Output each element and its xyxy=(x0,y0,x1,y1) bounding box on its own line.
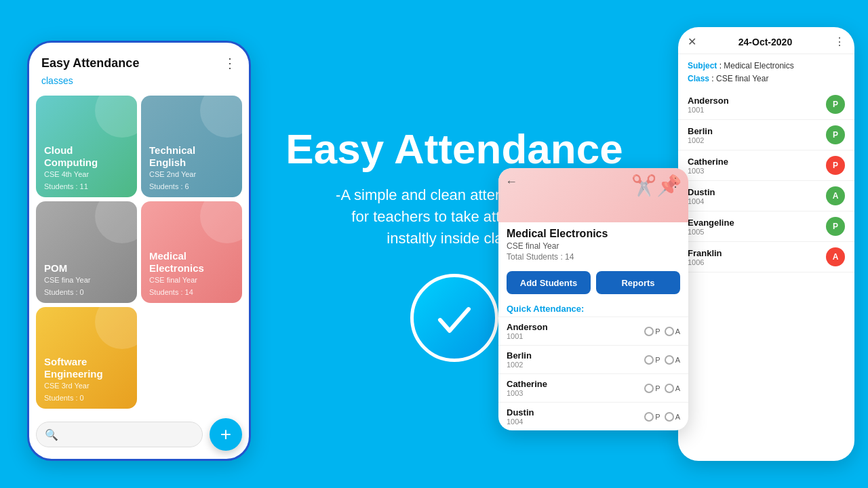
classes-subtitle[interactable]: classes xyxy=(29,74,249,92)
close-icon[interactable]: ✕ xyxy=(688,35,696,48)
menu-icon-left[interactable]: ⋮ xyxy=(223,55,237,71)
class-label: Class xyxy=(688,74,709,83)
attendance-badge: P xyxy=(826,156,845,175)
radio-group: P A xyxy=(644,412,680,422)
class-students: Students : 6 xyxy=(149,182,234,190)
class-card-software[interactable]: Software Engineering CSE 3rd Year Studen… xyxy=(36,307,137,409)
class-card-english[interactable]: Technical English CSE 2nd Year Students … xyxy=(141,96,242,197)
cd-student-info: Anderson 1001 xyxy=(507,322,548,340)
class-card-medical[interactable]: Medical Electronics CSE final Year Stude… xyxy=(141,201,242,303)
cd-student-info: Dustin 1004 xyxy=(507,407,534,426)
radio-circle-p[interactable] xyxy=(644,384,654,393)
subject-value: Medical Electronics xyxy=(724,61,793,70)
class-year: CSE 4th Year xyxy=(44,170,129,178)
class-colon: : xyxy=(709,74,716,83)
date-label: 24-Oct-2020 xyxy=(738,37,792,47)
radio-circle-a[interactable] xyxy=(665,384,674,393)
deco-icon: ✂️📌 xyxy=(631,174,682,197)
student-name: Catherine xyxy=(688,157,728,167)
class-detail-buttons: Add Students Reports xyxy=(498,267,688,301)
cd-student-row-3: Dustin 1004 P A xyxy=(498,402,688,430)
class-students: Students : 0 xyxy=(44,288,129,296)
cd-sname: Dustin xyxy=(507,407,534,418)
radio-circle-p[interactable] xyxy=(644,327,654,336)
cd-sid: 1003 xyxy=(507,389,547,397)
radio-group: P A xyxy=(644,384,680,393)
back-icon[interactable]: ← xyxy=(505,175,517,189)
class-detail-year: CSE final Year xyxy=(498,241,688,252)
radio-a[interactable]: A xyxy=(665,412,680,422)
cd-sid: 1001 xyxy=(507,332,548,340)
class-card-pom[interactable]: POM CSE fina Year Students : 0 xyxy=(36,201,137,303)
radio-a[interactable]: A xyxy=(665,355,680,365)
radio-circle-p[interactable] xyxy=(644,412,654,422)
search-bar[interactable]: 🔍 xyxy=(36,422,203,447)
right-phone: ✕ 24-Oct-2020 ⋮ Subject : Medical Electr… xyxy=(678,27,854,461)
student-name: Anderson xyxy=(688,96,729,106)
radio-p[interactable]: P xyxy=(644,355,660,365)
checkmark-svg xyxy=(431,294,478,342)
radio-circle-a[interactable] xyxy=(665,412,674,422)
app-title-left: Easy Attendance xyxy=(41,56,139,70)
class-name: Technical English xyxy=(149,144,234,169)
class-students: Students : 11 xyxy=(44,182,129,190)
attendance-row-4: Evangeline 1005 P xyxy=(678,211,854,242)
student-id: 1002 xyxy=(688,136,713,144)
attendance-badge: P xyxy=(826,217,845,236)
student-info: Evangeline 1005 xyxy=(688,218,734,236)
radio-a[interactable]: A xyxy=(665,327,680,336)
reports-button[interactable]: Reports xyxy=(596,271,680,294)
right-phone-header: ✕ 24-Oct-2020 ⋮ xyxy=(678,27,854,54)
class-detail-overlay: ← ⋮ ✂️📌 Medical Electronics CSE final Ye… xyxy=(498,168,688,430)
class-detail-students: Total Students : 14 xyxy=(498,252,688,267)
student-info: Franklin 1006 xyxy=(688,248,722,266)
left-phone-header: Easy Attendance ⋮ xyxy=(29,43,249,74)
cd-sname: Berlin xyxy=(507,350,532,361)
class-name: POM xyxy=(44,262,129,274)
left-phone-bottom: 🔍 + xyxy=(29,413,249,459)
student-info: Berlin 1002 xyxy=(688,126,713,144)
radio-a[interactable]: A xyxy=(665,384,680,393)
cd-student-row-2: Catherine 1003 P A xyxy=(498,373,688,402)
cd-student-info: Catherine 1003 xyxy=(507,379,547,397)
fab-add-button[interactable]: + xyxy=(210,418,242,451)
attendance-badge: P xyxy=(826,125,845,144)
class-name: Software Engineering xyxy=(44,356,129,380)
class-card-cloud[interactable]: Cloud Computing CSE 4th Year Students : … xyxy=(36,96,137,197)
attendance-row-0: Anderson 1001 P xyxy=(678,89,854,120)
radio-group: P A xyxy=(644,355,680,365)
more-icon[interactable]: ⋮ xyxy=(834,35,845,48)
left-phone: Easy Attendance ⋮ classes Cloud Computin… xyxy=(27,41,251,461)
student-info: Catherine 1003 xyxy=(688,157,728,175)
fab-plus-icon: + xyxy=(220,424,231,445)
cd-student-info: Berlin 1002 xyxy=(507,350,532,369)
add-students-button[interactable]: Add Students xyxy=(507,271,591,294)
class-name: Cloud Computing xyxy=(44,144,129,169)
radio-p[interactable]: P xyxy=(644,327,660,336)
student-name: Berlin xyxy=(688,126,713,136)
search-icon: 🔍 xyxy=(45,428,58,441)
radio-circle-p[interactable] xyxy=(644,355,654,365)
cd-sid: 1004 xyxy=(507,418,534,426)
cd-sname: Anderson xyxy=(507,322,548,332)
cd-sname: Catherine xyxy=(507,379,547,389)
radio-circle-a[interactable] xyxy=(665,327,674,336)
attendance-badge: A xyxy=(826,247,845,266)
class-students: Students : 14 xyxy=(149,288,234,296)
attendance-row-2: Catherine 1003 P xyxy=(678,150,854,181)
class-year: CSE 2nd Year xyxy=(149,170,234,178)
student-info: Dustin 1004 xyxy=(688,187,715,205)
radio-p[interactable]: P xyxy=(644,412,660,422)
cd-student-row-0: Anderson 1001 P A xyxy=(498,317,688,345)
student-id: 1006 xyxy=(688,258,722,266)
attendance-row-1: Berlin 1002 P xyxy=(678,120,854,150)
quick-attendance-label: Quick Attendance: xyxy=(498,301,688,317)
radio-p[interactable]: P xyxy=(644,384,660,393)
checkmark-circle xyxy=(410,274,498,362)
class-year: CSE 3rd Year xyxy=(44,382,129,390)
attendance-badge: A xyxy=(826,186,845,205)
subject-colon: : xyxy=(717,61,724,70)
radio-circle-a[interactable] xyxy=(665,355,674,365)
subject-label: Subject xyxy=(688,61,717,70)
student-name: Dustin xyxy=(688,187,715,197)
